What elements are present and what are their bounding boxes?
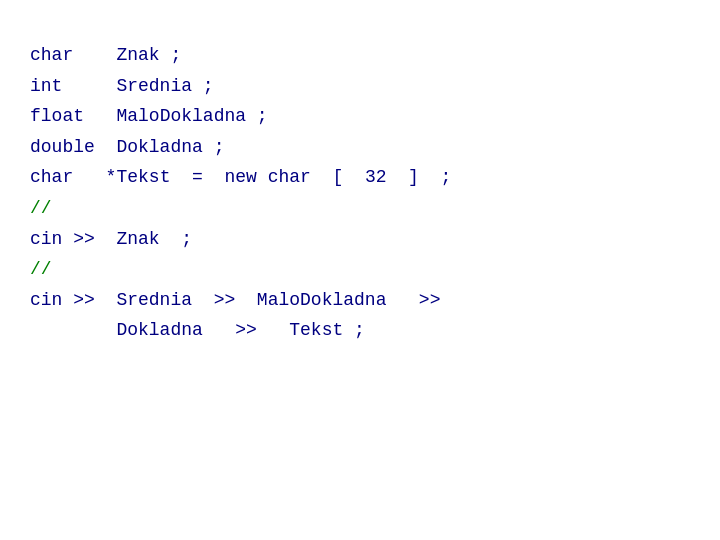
code-line-8: // (30, 254, 451, 285)
cin-2: cin >> Srednia >> MaloDokladna >> (30, 285, 440, 316)
cin-1: cin >> Znak ; (30, 224, 192, 255)
keyword-double: double (30, 132, 95, 163)
code-line-10: Dokladna >> Tekst ; (30, 315, 451, 346)
comment-2: // (30, 254, 52, 285)
keyword-new: new (224, 162, 256, 193)
keyword-char3: char (268, 162, 311, 193)
code-line-6: // (30, 193, 451, 224)
comment-1: // (30, 193, 52, 224)
code-line-9: cin >> Srednia >> MaloDokladna >> (30, 285, 451, 316)
code-line-2: int Srednia ; (30, 71, 451, 102)
code-line-7: cin >> Znak ; (30, 224, 451, 255)
code-line-1: char Znak ; (30, 40, 451, 71)
cin-2-cont: Dokladna >> Tekst ; (30, 315, 365, 346)
keyword-int: int (30, 71, 62, 102)
code-line-4: double Dokladna ; (30, 132, 451, 163)
code-line-5: char *Tekst = new char [ 32 ] ; (30, 162, 451, 193)
keyword-char: char (30, 40, 73, 71)
keyword-char2: char (30, 162, 73, 193)
code-block: char Znak ; int Srednia ; float MaloDokl… (0, 0, 481, 386)
code-line-3: float MaloDokladna ; (30, 101, 451, 132)
keyword-float: float (30, 101, 84, 132)
